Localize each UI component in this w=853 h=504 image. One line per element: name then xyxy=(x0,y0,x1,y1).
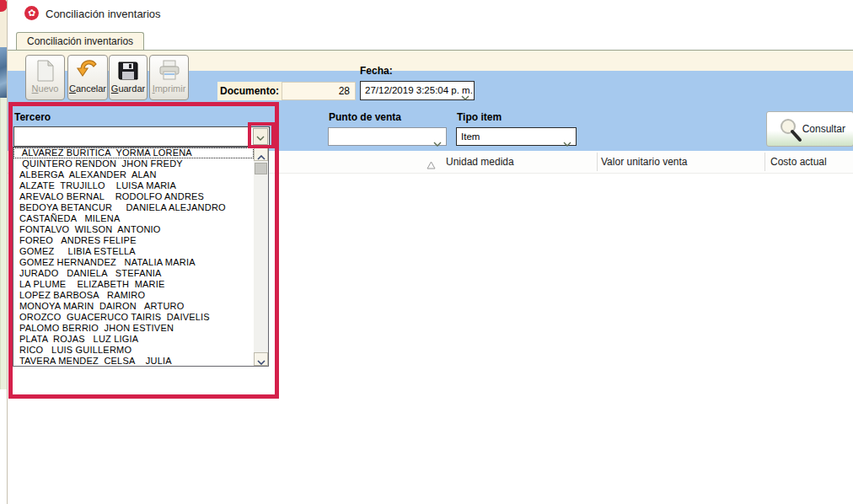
column-header-valor-unitario-venta[interactable]: Valor unitario venta xyxy=(601,156,688,168)
chevron-down-icon xyxy=(433,135,442,152)
nuevo-label: Nuevo xyxy=(26,83,64,94)
magnifier-icon xyxy=(777,117,804,145)
list-item[interactable]: TAVERA MENDEZ CELSA JULIA xyxy=(13,356,254,366)
title-bar: ✿ Conciliación inventarios xyxy=(8,0,853,27)
tercero-list-items: ALVAREZ BURITICA YORMA LORENA QUINTERO R… xyxy=(13,147,254,366)
list-item[interactable]: PALOMO BERRIO JHON ESTIVEN xyxy=(13,323,254,334)
tipo-item-combobox[interactable]: Item xyxy=(456,127,577,146)
scroll-up-button[interactable] xyxy=(254,147,268,161)
list-item[interactable]: LOPEZ BARBOSA RAMIRO xyxy=(13,290,254,301)
nuevo-button: Nuevo xyxy=(25,55,65,100)
list-item[interactable]: MONOYA MARIN DAIRON ARTURO xyxy=(13,301,254,312)
fecha-combobox[interactable]: 27/12/2019 3:25:04 p. m. xyxy=(360,81,475,100)
tercero-combobox[interactable] xyxy=(13,126,270,147)
column-separator xyxy=(764,153,765,171)
tercero-dropdown-button[interactable] xyxy=(253,128,268,145)
list-item[interactable]: ALZATE TRUJILLO LUISA MARIA xyxy=(13,180,254,191)
tercero-dropdown-list: ALVAREZ BURITICA YORMA LORENA QUINTERO R… xyxy=(13,147,269,367)
consultar-label: Consultar xyxy=(802,123,845,135)
tab-conciliacion-inventarios[interactable]: Conciliación inventarios xyxy=(16,32,144,50)
list-item[interactable]: FONTALVO WILSON ANTONIO xyxy=(13,224,254,235)
tab-strip: Conciliación inventarios xyxy=(8,27,853,50)
list-item[interactable]: ALVAREZ BURITICA YORMA LORENA xyxy=(13,147,254,158)
consultar-button[interactable]: Consultar xyxy=(766,111,853,147)
vertical-scrollbar[interactable] xyxy=(254,147,268,366)
list-item[interactable]: CASTAÑEDA MILENA xyxy=(13,213,254,224)
list-item[interactable]: GOMEZ HERNANDEZ NATALIA MARIA xyxy=(13,257,254,268)
fecha-label: Fecha: xyxy=(360,65,393,77)
chevron-down-icon xyxy=(563,135,571,152)
list-item[interactable]: PLATA ROJAS LUZ LIGIA xyxy=(13,334,254,345)
printer-icon xyxy=(150,59,188,83)
list-item[interactable]: LA PLUME ELIZABETH MARIE xyxy=(13,279,254,290)
list-item[interactable]: AREVALO BERNAL RODOLFO ANDRES xyxy=(13,191,254,202)
list-item[interactable]: JURADO DANIELA STEFANIA xyxy=(13,268,254,279)
imprimir-label: Imprimir xyxy=(150,83,188,94)
undo-arrow-icon xyxy=(68,59,107,83)
list-item[interactable]: GOMEZ LIBIA ESTELLA xyxy=(13,246,254,257)
column-separator xyxy=(597,153,598,171)
cancelar-button[interactable]: Cancelar xyxy=(67,55,108,100)
list-item[interactable]: BEDOYA BETANCUR DANIELA ALEJANDRO xyxy=(13,202,254,213)
guardar-label: Guardar xyxy=(110,83,147,94)
tercero-label: Tercero xyxy=(14,111,51,123)
sort-ascending-icon xyxy=(426,158,436,173)
list-item[interactable]: RICO LUIS GUILLERMO xyxy=(13,345,254,356)
cancelar-label: Cancelar xyxy=(68,83,107,94)
column-header-unidad-medida[interactable]: Unidad medida xyxy=(446,156,514,168)
floppy-disk-icon xyxy=(110,59,147,83)
list-item[interactable]: ALBERGA ALEXANDER ALAN xyxy=(13,169,254,180)
imprimir-button: Imprimir xyxy=(149,55,189,100)
app-logo-icon: ✿ xyxy=(24,6,39,20)
tipo-item-value: Item xyxy=(461,131,480,142)
column-header-costo-actual[interactable]: Costo actual xyxy=(770,156,827,168)
guardar-button[interactable]: Guardar xyxy=(109,55,148,100)
list-item[interactable]: FOREO ANDRES FELIPE xyxy=(13,235,254,246)
tipo-item-label: Tipo item xyxy=(457,111,502,123)
chevron-down-icon xyxy=(461,88,469,105)
scrollbar-thumb[interactable] xyxy=(255,163,267,174)
punto-venta-combobox[interactable] xyxy=(328,127,447,146)
list-item[interactable]: OROZCO GUACERUCO TAIRIS DAIVELIS xyxy=(13,312,254,323)
documento-field[interactable]: 28 xyxy=(282,82,356,100)
list-item[interactable]: QUINTERO RENDON JHON FREDY xyxy=(13,158,254,169)
window-title: Conciliación inventarios xyxy=(46,8,161,20)
new-document-icon xyxy=(26,59,64,83)
fecha-value: 27/12/2019 3:25:04 p. m. xyxy=(365,85,473,95)
scroll-down-button[interactable] xyxy=(254,352,268,366)
punto-venta-label: Punto de venta xyxy=(329,111,401,123)
documento-label: Documento: xyxy=(217,82,282,100)
